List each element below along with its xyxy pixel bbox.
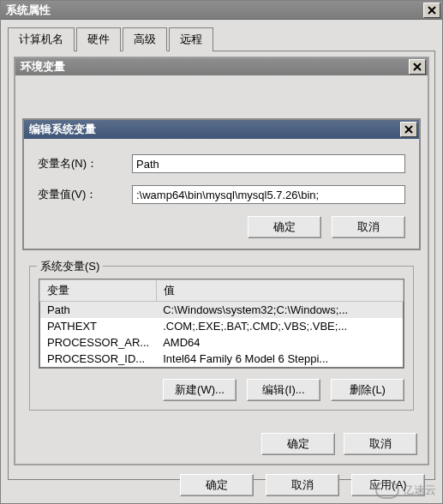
cell-var: Path bbox=[40, 302, 157, 319]
main-close-button[interactable] bbox=[423, 3, 440, 18]
edit-title: 编辑系统变量 bbox=[29, 122, 96, 137]
cell-val: C:\Windows\system32;C:\Windows;... bbox=[156, 302, 403, 319]
variable-value-input[interactable] bbox=[132, 185, 405, 204]
variable-value-label: 变量值(V)： bbox=[38, 187, 132, 202]
cell-var: PROCESSOR_ID... bbox=[40, 351, 157, 368]
tabs-bar: 计算机名 硬件 高级 远程 bbox=[8, 27, 435, 51]
cell-var: PROCESSOR_AR... bbox=[40, 334, 157, 351]
tab-content-advanced: 环境变量 编辑系统变量 变量名(N)： bbox=[8, 51, 435, 480]
env-body: 编辑系统变量 变量名(N)： 变量值(V)： bbox=[15, 75, 428, 424]
delete-variable-button[interactable]: 删除(L) bbox=[331, 379, 404, 401]
env-close-button[interactable] bbox=[409, 59, 426, 75]
environment-variables-window: 环境变量 编辑系统变量 变量名(N)： bbox=[14, 57, 429, 465]
env-titlebar: 环境变量 bbox=[15, 58, 428, 75]
main-title: 系统属性 bbox=[6, 3, 51, 18]
edit-close-button[interactable] bbox=[400, 122, 417, 137]
edit-titlebar: 编辑系统变量 bbox=[24, 120, 419, 139]
edit-variable-button[interactable]: 编辑(I)... bbox=[247, 379, 320, 401]
cell-val: Intel64 Family 6 Model 6 Steppi... bbox=[156, 351, 403, 368]
edit-body: 变量名(N)： 变量值(V)： 确定 取消 bbox=[24, 139, 419, 249]
column-header-value[interactable]: 值 bbox=[156, 280, 403, 302]
watermark: 亿速云 bbox=[375, 482, 436, 499]
env-ok-button[interactable]: 确定 bbox=[261, 433, 335, 455]
column-header-variable[interactable]: 变量 bbox=[40, 280, 157, 302]
table-row[interactable]: PROCESSOR_ID... Intel64 Family 6 Model 6… bbox=[40, 351, 404, 368]
main-cancel-button[interactable]: 取消 bbox=[266, 474, 339, 496]
watermark-text: 亿速云 bbox=[403, 483, 436, 498]
env-cancel-button[interactable]: 取消 bbox=[344, 433, 417, 455]
env-title: 环境变量 bbox=[21, 59, 65, 75]
table-row[interactable]: PROCESSOR_AR... AMD64 bbox=[40, 334, 404, 351]
main-ok-button[interactable]: 确定 bbox=[180, 474, 254, 496]
system-properties-window: 系统属性 计算机名 硬件 高级 远程 环境变量 编辑系统变量 bbox=[0, 0, 443, 504]
table-row[interactable]: PATHEXT .COM;.EXE;.BAT;.CMD;.VBS;.VBE;..… bbox=[40, 318, 404, 334]
tab-remote[interactable]: 远程 bbox=[169, 27, 213, 51]
cell-val: AMD64 bbox=[156, 334, 403, 351]
table-row[interactable]: Path C:\Windows\system32;C:\Windows;... bbox=[40, 302, 404, 319]
cloud-icon bbox=[375, 482, 399, 499]
tab-hardware[interactable]: 硬件 bbox=[76, 27, 121, 51]
edit-system-variable-dialog: 编辑系统变量 变量名(N)： 变量值(V)： bbox=[22, 118, 421, 250]
edit-cancel-button[interactable]: 取消 bbox=[332, 216, 405, 238]
system-variables-group: 系统变量(S) 变量 值 Path C:\Windows\s bbox=[29, 266, 414, 411]
env-button-row: 确定 取消 bbox=[15, 424, 428, 464]
new-variable-button[interactable]: 新建(W)... bbox=[163, 379, 236, 401]
variable-name-label: 变量名(N)： bbox=[38, 156, 132, 171]
cell-var: PATHEXT bbox=[40, 318, 157, 334]
edit-ok-button[interactable]: 确定 bbox=[248, 216, 321, 238]
main-titlebar: 系统属性 bbox=[1, 1, 442, 20]
cell-val: .COM;.EXE;.BAT;.CMD;.VBS;.VBE;... bbox=[156, 318, 403, 334]
system-variables-table[interactable]: 变量 值 Path C:\Windows\system32;C:\Windows… bbox=[39, 279, 404, 368]
variable-name-input[interactable] bbox=[132, 154, 405, 173]
tab-computer-name[interactable]: 计算机名 bbox=[8, 27, 75, 51]
system-variables-legend: 系统变量(S) bbox=[37, 259, 103, 274]
tab-advanced[interactable]: 高级 bbox=[123, 27, 167, 51]
